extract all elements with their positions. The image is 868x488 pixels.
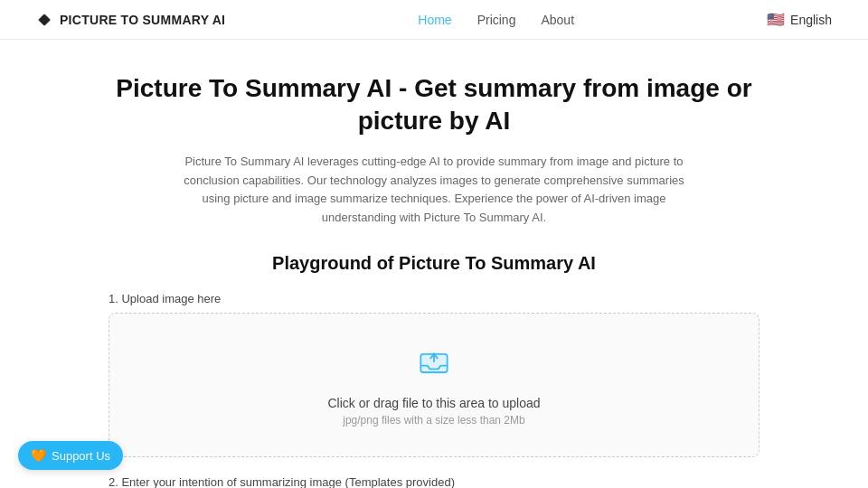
main-content: Picture To Summary AI - Get summary from… [90, 40, 778, 488]
upload-sub-text: jpg/png files with a size less than 2Mb [343, 414, 524, 427]
hero-title: Picture To Summary AI - Get summary from… [108, 72, 760, 138]
nav-home[interactable]: Home [418, 13, 451, 27]
flag-icon: 🇺🇸 [767, 11, 785, 28]
upload-main-text: Click or drag file to this area to uploa… [327, 396, 540, 410]
nav-pricing[interactable]: Pricing [477, 13, 516, 27]
logo-icon [36, 12, 52, 28]
site-header: PICTURE TO SUMMARY AI Home Pricing About… [0, 0, 868, 40]
main-nav: Home Pricing About [418, 13, 574, 27]
intention-section-label: 2. Enter your intention of summarizing i… [108, 475, 760, 488]
svg-rect-0 [39, 14, 51, 25]
upload-section-label: 1. Upload image here [108, 292, 760, 305]
logo-text: PICTURE TO SUMMARY AI [60, 13, 225, 27]
language-label: English [790, 13, 832, 27]
hero-description: Picture To Summary AI leverages cutting-… [181, 153, 687, 228]
nav-about[interactable]: About [541, 13, 574, 27]
upload-icon-wrapper [414, 343, 454, 385]
support-button[interactable]: 🧡 Support Us [18, 441, 123, 470]
upload-icon [414, 343, 454, 382]
upload-dropzone[interactable]: Click or drag file to this area to uploa… [108, 313, 760, 457]
logo-area: PICTURE TO SUMMARY AI [36, 12, 225, 28]
language-selector[interactable]: 🇺🇸 English [767, 11, 832, 28]
support-label: Support Us [52, 449, 110, 463]
heart-icon: 🧡 [31, 448, 46, 463]
playground-title: Playground of Picture To Summary AI [108, 253, 760, 274]
